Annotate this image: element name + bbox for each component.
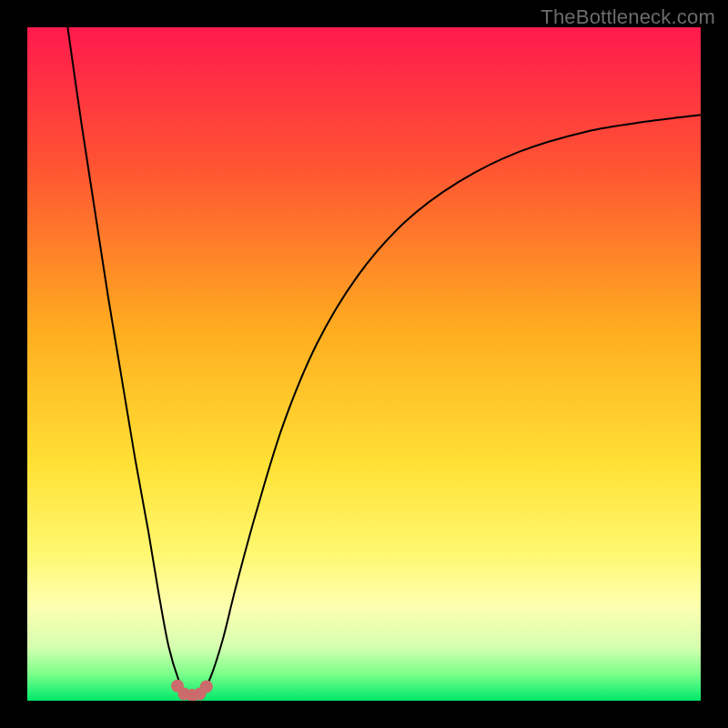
watermark-text: TheBottleneck.com — [541, 5, 715, 29]
chart-frame — [27, 27, 701, 701]
bottleneck-chart — [27, 27, 701, 701]
highlight-dot — [200, 680, 213, 693]
